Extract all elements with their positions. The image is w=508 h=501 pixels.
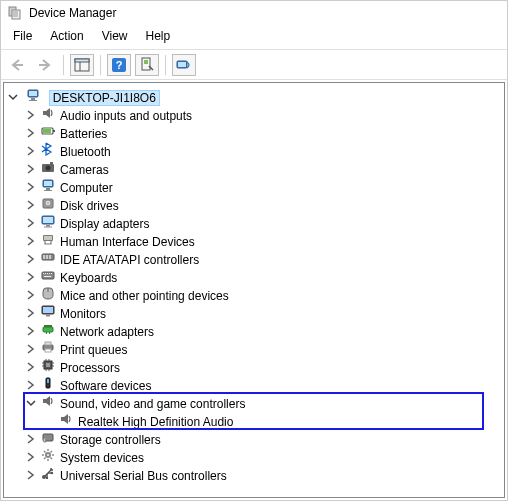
category-label[interactable]: Human Interface Devices — [60, 235, 195, 249]
chevron-down-icon[interactable] — [24, 396, 38, 410]
category-label[interactable]: Print queues — [60, 343, 127, 357]
category-label[interactable]: Storage controllers — [60, 433, 161, 447]
help-button[interactable] — [107, 54, 131, 76]
category-label[interactable]: System devices — [60, 451, 144, 465]
category-svg[interactable]: Sound, video and game controllers — [24, 393, 502, 411]
chevron-right-icon[interactable] — [24, 468, 38, 482]
category-software-devices[interactable]: Software devices — [24, 375, 502, 393]
category-label[interactable]: Batteries — [60, 127, 107, 141]
show-hide-tree-button[interactable] — [70, 54, 94, 76]
monitors-icon — [40, 303, 56, 319]
chevron-right-icon[interactable] — [24, 126, 38, 140]
category-monitors[interactable]: Monitors — [24, 303, 502, 321]
category-usb[interactable]: Universal Serial Bus controllers — [24, 465, 502, 483]
remote-computer-button[interactable] — [172, 54, 196, 76]
chevron-down-icon[interactable] — [6, 90, 20, 104]
toolbar-separator — [100, 55, 101, 75]
network-icon — [40, 321, 56, 337]
category-label[interactable]: Cameras — [60, 163, 109, 177]
category-network[interactable]: Network adapters — [24, 321, 502, 339]
category-keyboards[interactable]: Keyboards — [24, 267, 502, 285]
bluetooth-icon — [40, 141, 56, 157]
computer-icon — [25, 87, 41, 103]
chevron-right-icon[interactable] — [24, 288, 38, 302]
category-print-queues[interactable]: Print queues — [24, 339, 502, 357]
chevron-right-icon[interactable] — [24, 324, 38, 338]
forward-button[interactable] — [33, 54, 57, 76]
category-hid[interactable]: Human Interface Devices — [24, 231, 502, 249]
root-label[interactable]: DESKTOP-JI1I8O6 — [49, 90, 160, 106]
chevron-right-icon[interactable] — [24, 270, 38, 284]
category-mice[interactable]: Mice and other pointing devices — [24, 285, 502, 303]
category-storage[interactable]: Storage controllers — [24, 429, 502, 447]
menu-help[interactable]: Help — [138, 27, 179, 45]
print-queues-icon — [40, 339, 56, 355]
mice-icon — [40, 285, 56, 301]
chevron-right-icon[interactable] — [24, 198, 38, 212]
category-label[interactable]: Mice and other pointing devices — [60, 289, 229, 303]
category-bluetooth[interactable]: Bluetooth — [24, 141, 502, 159]
chevron-right-icon[interactable] — [24, 144, 38, 158]
chevron-right-icon[interactable] — [24, 450, 38, 464]
audio-io-icon — [40, 105, 56, 121]
chevron-right-icon[interactable] — [24, 360, 38, 374]
category-display-adapters[interactable]: Display adapters — [24, 213, 502, 231]
scan-hardware-button[interactable] — [135, 54, 159, 76]
toolbar — [1, 50, 507, 80]
devmgr-icon — [7, 5, 23, 21]
category-label[interactable]: Universal Serial Bus controllers — [60, 469, 227, 483]
toolbar-separator — [165, 55, 166, 75]
cameras-icon — [40, 159, 56, 175]
software-devices-icon — [40, 375, 56, 391]
titlebar: Device Manager — [1, 1, 507, 25]
category-label[interactable]: Audio inputs and outputs — [60, 109, 192, 123]
category-batteries[interactable]: Batteries — [24, 123, 502, 141]
menu-file[interactable]: File — [5, 27, 40, 45]
disk-drives-icon — [40, 195, 56, 211]
category-system-devices[interactable]: System devices — [24, 447, 502, 465]
device-label[interactable]: Realtek High Definition Audio — [78, 415, 233, 429]
category-label[interactable]: Display adapters — [60, 217, 149, 231]
category-label[interactable]: IDE ATA/ATAPI controllers — [60, 253, 199, 267]
category-label[interactable]: Monitors — [60, 307, 106, 321]
menu-action[interactable]: Action — [42, 27, 91, 45]
category-ide[interactable]: IDE ATA/ATAPI controllers — [24, 249, 502, 267]
category-disk-drives[interactable]: Disk drives — [24, 195, 502, 213]
chevron-right-icon[interactable] — [24, 234, 38, 248]
root-node[interactable]: DESKTOP-JI1I8O6 — [6, 87, 502, 105]
device-manager-window: Device Manager File Action View Help DES… — [0, 0, 508, 501]
category-label[interactable]: Processors — [60, 361, 120, 375]
chevron-right-icon[interactable] — [24, 162, 38, 176]
chevron-right-icon[interactable] — [24, 252, 38, 266]
chevron-right-icon[interactable] — [24, 432, 38, 446]
back-button[interactable] — [5, 54, 29, 76]
chevron-right-icon[interactable] — [24, 216, 38, 230]
category-label[interactable]: Bluetooth — [60, 145, 111, 159]
category-cameras[interactable]: Cameras — [24, 159, 502, 177]
device-tree[interactable]: DESKTOP-JI1I8O6 Audio inputs and outputs… — [3, 82, 505, 498]
chevron-right-icon[interactable] — [24, 378, 38, 392]
system-devices-icon — [40, 447, 56, 463]
batteries-icon — [40, 123, 56, 139]
category-label[interactable]: Disk drives — [60, 199, 119, 213]
svg-icon — [40, 393, 56, 409]
category-label[interactable]: Network adapters — [60, 325, 154, 339]
chevron-right-icon[interactable] — [24, 342, 38, 356]
category-label[interactable]: Sound, video and game controllers — [60, 397, 245, 411]
processors-icon — [40, 357, 56, 373]
toolbar-separator — [63, 55, 64, 75]
computer-icon — [40, 177, 56, 193]
chevron-right-icon[interactable] — [24, 180, 38, 194]
device-realtek-audio[interactable]: Realtek High Definition Audio — [42, 411, 502, 429]
category-audio-io[interactable]: Audio inputs and outputs — [24, 105, 502, 123]
category-label[interactable]: Computer — [60, 181, 113, 195]
category-computer[interactable]: Computer — [24, 177, 502, 195]
ide-icon — [40, 249, 56, 265]
chevron-right-icon[interactable] — [24, 306, 38, 320]
category-label[interactable]: Software devices — [60, 379, 151, 393]
menu-view[interactable]: View — [94, 27, 136, 45]
window-title: Device Manager — [29, 6, 116, 20]
category-label[interactable]: Keyboards — [60, 271, 117, 285]
category-processors[interactable]: Processors — [24, 357, 502, 375]
chevron-right-icon[interactable] — [24, 108, 38, 122]
